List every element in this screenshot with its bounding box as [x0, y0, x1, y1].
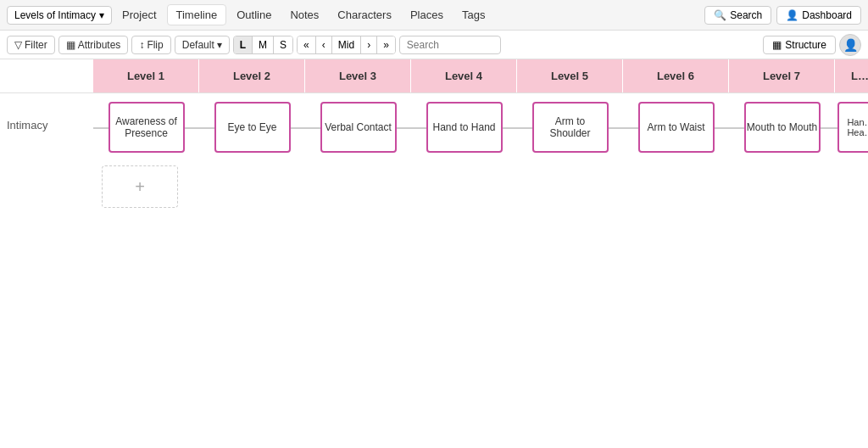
structure-button[interactable]: ▦ Structure — [763, 36, 836, 54]
search-icon: 🔍 — [714, 9, 726, 21]
nav-item-places[interactable]: Places — [402, 5, 452, 25]
nav-item-notes[interactable]: Notes — [281, 5, 327, 25]
nav-arrows: « ‹ Mid › » — [297, 36, 396, 54]
size-medium-button[interactable]: M — [253, 36, 274, 53]
project-dropdown[interactable]: Levels of Intimacy ▾ — [7, 6, 112, 25]
add-row-button[interactable]: + — [102, 165, 178, 208]
card-arm-to-shoulder[interactable]: Arm to Shoulder — [532, 102, 609, 153]
top-nav: Levels of Intimacy ▾ Project Timeline Ou… — [0, 0, 868, 31]
card-arm-to-waist[interactable]: Arm to Waist — [638, 102, 715, 153]
arrow-prev-button[interactable]: ‹ — [316, 36, 332, 53]
flip-button[interactable]: ↕ Flip — [131, 36, 170, 54]
card-cell-3: Verbal Contact — [305, 102, 411, 153]
card-mouth-to-mouth[interactable]: Mouth to Mouth — [744, 102, 821, 153]
nav-item-characters[interactable]: Characters — [329, 5, 400, 25]
chevron-down-icon: ▾ — [99, 9, 104, 21]
content-area: Intimacy Awareness of Presence Eye to Ey… — [0, 93, 868, 448]
levels-header: Level 1 Level 2 Level 3 Level 4 Level 5 … — [0, 59, 868, 93]
card-awareness[interactable]: Awareness of Presence — [108, 102, 185, 153]
avatar-icon: 👤 — [843, 38, 858, 52]
main-content: Level 1 Level 2 Level 3 Level 4 Level 5 … — [0, 59, 868, 448]
level-4-header: Level 4 — [411, 59, 517, 92]
nav-item-timeline[interactable]: Timeline — [167, 4, 227, 25]
size-large-button[interactable]: L — [234, 36, 253, 53]
nav-item-project[interactable]: Project — [114, 5, 164, 25]
structure-icon: ▦ — [772, 39, 782, 51]
card-partial-8[interactable]: Han…Hea… — [837, 102, 869, 153]
level-3-header: Level 3 — [305, 59, 411, 92]
attributes-icon: ▦ — [66, 39, 75, 51]
arrow-next-button[interactable]: › — [361, 36, 377, 53]
chevron-down-icon: ▾ — [217, 39, 222, 51]
search-input[interactable] — [399, 36, 501, 54]
add-row: + — [93, 161, 868, 212]
filter-button[interactable]: ▽ Filter — [7, 36, 55, 54]
card-eye-to-eye[interactable]: Eye to Eye — [214, 102, 291, 153]
arrow-mid-button[interactable]: Mid — [332, 36, 361, 53]
dashboard-button[interactable]: 👤 Dashboard — [776, 6, 861, 25]
flip-icon: ↕ — [139, 39, 144, 51]
arrow-last-button[interactable]: » — [377, 36, 395, 53]
card-cell-1: Awareness of Presence — [93, 102, 199, 153]
filter-icon: ▽ — [14, 39, 22, 51]
row-label-intimacy: Intimacy — [0, 93, 93, 448]
card-cell-6: Arm to Waist — [623, 102, 729, 153]
default-dropdown[interactable]: Default ▾ — [175, 36, 230, 54]
level-5-header: Level 5 — [517, 59, 623, 92]
search-label: Search — [730, 9, 762, 21]
level-8-header: L… — [835, 59, 868, 92]
arrow-first-button[interactable]: « — [298, 36, 316, 53]
grid-area: Awareness of Presence Eye to Eye Verbal … — [93, 93, 868, 448]
attributes-button[interactable]: ▦ Attributes — [58, 36, 129, 54]
card-cell-7: Mouth to Mouth — [729, 102, 835, 153]
card-verbal-contact[interactable]: Verbal Contact — [320, 102, 397, 153]
person-icon: 👤 — [786, 9, 798, 21]
nav-item-tags[interactable]: Tags — [453, 5, 493, 25]
project-dropdown-label: Levels of Intimacy — [14, 9, 96, 21]
card-cell-4: Hand to Hand — [411, 102, 517, 153]
dashboard-label: Dashboard — [802, 9, 852, 21]
card-hand-to-hand[interactable]: Hand to Hand — [426, 102, 503, 153]
level-6-header: Level 6 — [623, 59, 729, 92]
user-avatar[interactable]: 👤 — [839, 34, 861, 56]
card-cell-2: Eye to Eye — [199, 102, 305, 153]
nav-item-outline[interactable]: Outline — [228, 5, 280, 25]
card-cell-8: Han…Hea… — [835, 102, 868, 153]
size-selector: L M S — [233, 36, 293, 54]
intimacy-row: Awareness of Presence Eye to Eye Verbal … — [93, 93, 868, 161]
size-small-button[interactable]: S — [274, 36, 292, 53]
search-button[interactable]: 🔍 Search — [704, 6, 771, 25]
toolbar: ▽ Filter ▦ Attributes ↕ Flip Default ▾ L… — [0, 31, 868, 59]
card-cell-5: Arm to Shoulder — [517, 102, 623, 153]
level-1-header: Level 1 — [93, 59, 199, 92]
level-2-header: Level 2 — [199, 59, 305, 92]
level-7-header: Level 7 — [729, 59, 835, 92]
